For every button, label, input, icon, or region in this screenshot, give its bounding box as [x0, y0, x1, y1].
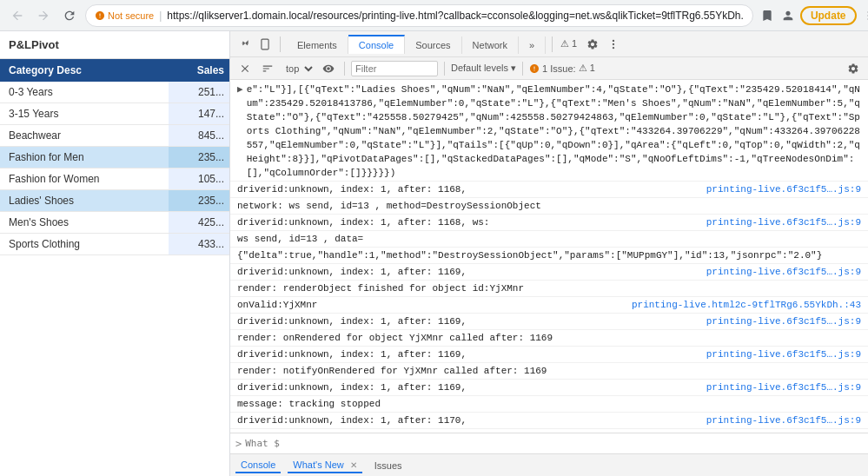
- log-text: driverid:unknown, index: 1, after: 1169,: [237, 314, 699, 328]
- separator: [444, 62, 445, 76]
- sales-cell: 235...: [169, 190, 229, 211]
- sales-cell: 105...: [169, 169, 229, 189]
- eye-button[interactable]: [319, 61, 338, 76]
- console-input[interactable]: [245, 438, 863, 449]
- devtools-more-button[interactable]: [605, 36, 622, 53]
- console-line: ws send, id=13 , data=: [230, 231, 868, 248]
- update-button[interactable]: Update: [800, 6, 857, 25]
- log-text: message: tracking stopped: [237, 397, 861, 411]
- qlik-title: P&LPivot: [0, 31, 229, 59]
- console-line: render: renderObject finished for object…: [230, 281, 868, 297]
- bottom-tab-whats-new[interactable]: What's New ✕: [288, 458, 361, 473]
- pivot-row[interactable]: 3-15 Years 147...: [0, 103, 229, 125]
- devtools-bottom-bar: Console What's New ✕ Issues: [230, 453, 868, 476]
- log-source[interactable]: printing-live.6f3c1f5….js:9: [706, 215, 861, 229]
- filter-input[interactable]: [351, 61, 438, 76]
- devtools-top-toolbar: Elements Console Sources Network » ⚠ 1: [230, 31, 868, 57]
- log-source[interactable]: printing-live.html2c-9tflTRg6.55YkDh.:43: [632, 298, 861, 312]
- console-line: driverid:unknown, index: 1, after: 1169,…: [230, 314, 868, 330]
- devtools-settings-button[interactable]: [584, 36, 601, 53]
- profile-button[interactable]: [779, 7, 797, 24]
- menu-button[interactable]: [860, 7, 868, 24]
- log-text: render: onRendered for object YjXMnr cal…: [237, 331, 861, 345]
- reload-button[interactable]: [59, 5, 80, 26]
- main-area: P&LPivot Category Desc Sales 0-3 Years 2…: [0, 31, 868, 476]
- pivot-row[interactable]: Fashion for Women 105...: [0, 169, 229, 190]
- console-line: onValid:YjXMnr printing-live.html2c-9tfl…: [230, 297, 868, 314]
- console-line: message: tracking stopped: [230, 396, 868, 413]
- expand-icon[interactable]: ▶: [237, 83, 243, 180]
- console-line: driverid:unknown, index: 1, after: 1169,…: [230, 264, 868, 281]
- separator: [280, 36, 281, 52]
- top-selector[interactable]: top: [281, 63, 315, 75]
- pivot-row[interactable]: Sports Clothing 433...: [0, 234, 229, 255]
- log-source[interactable]: printing-live.6f3c1f5….js:9: [706, 413, 861, 427]
- log-source[interactable]: printing-live.6f3c1f5….js:9: [706, 314, 861, 328]
- panel-count: ⚠ 1: [560, 38, 577, 50]
- pivot-row[interactable]: Men's Shoes 425...: [0, 212, 229, 234]
- pivot-row[interactable]: 0-3 Years 251...: [0, 82, 229, 103]
- pivot-row[interactable]: Fashion for Men 235...: [0, 147, 229, 169]
- category-cell: Sports Clothing: [0, 234, 169, 255]
- tab-network[interactable]: Network: [462, 36, 519, 54]
- address-bar[interactable]: Not secure | https://qlikserver1.domain.…: [85, 4, 753, 27]
- log-text: driverid:unknown, index: 1, after: 1169,: [237, 347, 699, 361]
- device-toggle-button[interactable]: [256, 36, 274, 53]
- inspect-element-button[interactable]: [235, 36, 253, 53]
- pivot-row[interactable]: Beachwear 845...: [0, 125, 229, 147]
- bottom-tab-issues[interactable]: Issues: [369, 459, 407, 473]
- svg-rect-0: [262, 39, 268, 50]
- log-text: render: renderObject finished for object…: [237, 281, 861, 295]
- back-button[interactable]: [7, 5, 28, 26]
- close-whats-new[interactable]: ✕: [350, 460, 357, 470]
- category-cell: Fashion for Women: [0, 169, 169, 189]
- bookmark-button[interactable]: [759, 7, 776, 24]
- url-text: https://qlikserver1.domain.local/resourc…: [167, 10, 744, 22]
- console-line: driverid:unknown, index: 1, after: 1169,…: [230, 347, 868, 363]
- console-output: ▶ e":"L"}],[{"qText":"Ladies Shoes","qNu…: [230, 80, 868, 433]
- forward-button[interactable]: [33, 5, 54, 26]
- tab-elements[interactable]: Elements: [287, 36, 348, 54]
- category-cell: 3-15 Years: [0, 103, 169, 124]
- log-text: network: ws send, id=13 , method=Destroy…: [237, 199, 861, 213]
- console-toolbar: top Default levels ▾ 1 Issue: ⚠ 1: [230, 57, 868, 80]
- svg-point-4: [613, 46, 614, 48]
- pivot-row[interactable]: Ladies' Shoes 235...: [0, 190, 229, 212]
- tab-console[interactable]: Console: [348, 35, 405, 54]
- sales-cell: 433...: [169, 234, 229, 255]
- log-text: ws send, id=13 , data=: [237, 232, 861, 246]
- console-line: driverid:unknown, index: 1, after: 1170,…: [230, 413, 868, 429]
- security-indicator: Not secure: [95, 10, 154, 21]
- separator: |: [159, 10, 162, 22]
- log-text: {"delta":true,"handle":1,"method":"Destr…: [237, 248, 861, 262]
- log-text: driverid:unknown, index: 1, after: 1168,…: [237, 215, 699, 229]
- log-source[interactable]: printing-live.6f3c1f5….js:9: [706, 182, 861, 196]
- category-cell: Fashion for Men: [0, 147, 169, 168]
- sales-cell: 147...: [169, 103, 229, 124]
- console-line: {"delta":true,"handle":1,"method":"Destr…: [230, 248, 868, 264]
- clear-console-button[interactable]: [235, 61, 255, 76]
- log-text: driverid:unknown, index: 1, after: 1170,: [237, 413, 699, 427]
- category-header: Category Desc: [0, 59, 169, 82]
- address-icons: Update: [759, 6, 868, 25]
- console-settings-button[interactable]: [844, 61, 863, 76]
- default-levels[interactable]: Default levels ▾: [451, 63, 516, 74]
- sales-cell: 235...: [169, 147, 229, 168]
- tab-sources[interactable]: Sources: [405, 36, 461, 54]
- log-text: driverid:unknown, index: 1, after: 1168,: [237, 182, 699, 196]
- svg-point-2: [613, 39, 614, 41]
- filter-button[interactable]: [258, 61, 277, 76]
- browser-chrome: Not secure | https://qlikserver1.domain.…: [0, 0, 868, 476]
- bottom-tab-console[interactable]: Console: [235, 458, 281, 473]
- console-line: driverid:unknown, index: 1, after: 1169,…: [230, 380, 868, 396]
- pivot-header: Category Desc Sales: [0, 59, 229, 82]
- log-text: driverid:unknown, index: 1, after: 1169,: [237, 265, 699, 279]
- category-cell: Men's Shoes: [0, 212, 169, 233]
- issue-badge: 1 Issue: ⚠ 1: [529, 63, 595, 74]
- sales-cell: 425...: [169, 212, 229, 233]
- log-source[interactable]: printing-live.6f3c1f5….js:9: [706, 380, 861, 394]
- tab-more[interactable]: »: [519, 36, 546, 54]
- console-line: network: ws send, id=13 , method=Destroy…: [230, 198, 868, 215]
- log-source[interactable]: printing-live.6f3c1f5….js:9: [706, 265, 861, 279]
- log-source[interactable]: printing-live.6f3c1f5….js:9: [706, 347, 861, 361]
